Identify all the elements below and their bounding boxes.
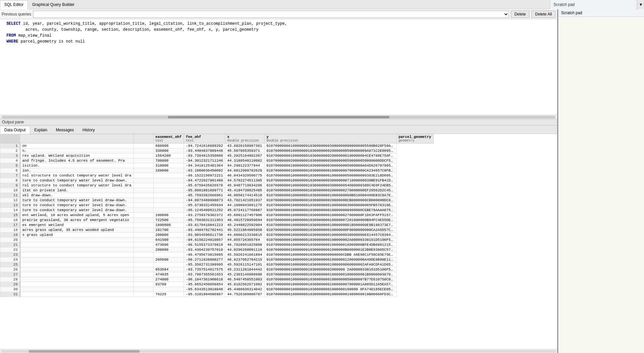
table-cell: -95.6652450858854 [184,282,225,287]
table-cell [133,292,153,297]
table-row: 26953584-93.735751461757545.231128104444… [0,267,434,272]
output-pane-label: Output pane [0,119,557,125]
table-cell: n. [20,148,134,153]
table-cell: 0107000000010000000103000000010000000F00… [264,228,396,233]
table-cell: 44.855726365764 [225,238,265,242]
tab-graphical-query-builder[interactable]: Graphical Query Builder [28,0,79,9]
table-cell [133,218,153,223]
table-cell: 0107000000010000000103000000010000000700… [264,168,396,173]
hscroll-thumb [29,350,140,353]
table-cell: vel draw-down. [20,193,134,198]
table-cell: 0107000000010000000103000000010000000890… [264,208,396,213]
tab-messages[interactable]: Messages [52,126,78,134]
table-cell [20,257,134,262]
table-row: 23-96.479567381508545.592624160189401070… [0,252,434,257]
row-num-cell: 15 [0,213,20,218]
table-cell: 46.4915728959694 [225,218,265,223]
table-cell [20,292,134,297]
table-cell: 0107000000010000000103000000010000001900… [264,287,396,292]
table-row: 5isition.310000-94.341812548136444.29012… [0,163,434,168]
table-cell [133,188,153,193]
main-layout: Previous queries Delete Delete All SELEC… [0,9,644,353]
table-cell [153,193,184,198]
table-cell [133,287,153,292]
sql-hscrollbar-track [2,116,555,118]
delete-button[interactable]: Delete [511,11,530,18]
table-cell: 43.7821421651937 [225,198,265,203]
table-cell: res upland. Wetland acquisition [20,153,134,158]
scratch-pad-header: Scratch pad [558,9,644,17]
tab-explain[interactable]: Explain [30,126,52,134]
tab-dropdown-arrow[interactable]: ▼ [637,0,644,9]
table-cell: 010700000001000000010300000001000000001B… [264,223,396,228]
table-cell: 0107000000010000000103000000010000001800… [264,242,396,247]
table-cell: -95.0601881689771 [184,188,225,193]
table-cell: 274000 [153,277,184,282]
table-cell: -94.6156224810057 [184,238,225,242]
previous-queries-select[interactable] [33,11,509,18]
tab-history[interactable]: History [78,126,99,134]
table-cell: 44.7526389880787 [225,292,265,297]
scratch-pad-tab-label: Scratch pad [550,0,636,9]
table-cell [153,287,184,292]
delete-all-button[interactable]: Delete All [531,11,555,18]
table-cell: -96.4795673815085 [184,252,225,257]
table-cell: 100000 [153,213,184,218]
tab-data-output[interactable]: Data Output [0,126,30,134]
table-cell: 45.2448822592904 [225,223,265,228]
table-cell: 46.6237052704215 [225,257,265,262]
sql-editor-content[interactable]: SELECT id, year, parcel_working_title, a… [0,19,557,115]
table-cell: rol structure to conduct temporary water… [20,183,134,188]
th-fee-ohf: fee_ohftext [184,134,225,144]
table-cell: 93700 [153,282,184,287]
row-num-cell: 16 [0,218,20,223]
table-cell [133,208,153,213]
row-num-cell: 30 [0,287,20,292]
table-cell: 45.5926115147101 [225,262,265,267]
app-root: SQL Editor Graphical Query Builder Scrat… [0,0,644,353]
row-num-cell: 4 [0,158,20,163]
table-cell: -93.0654596611736 [184,233,225,238]
table-cell: -93.4404762702441 [184,228,225,233]
th-col2 [133,134,153,144]
row-num-cell: 24 [0,257,20,262]
table-cell: and fringe. Includes 4.5 acres of easeme… [20,158,134,163]
table-cell: ture to conduct temporary water level dr… [20,178,134,183]
table-cell: -94.3418125481364 [184,163,225,168]
table-cell: 0107000000010000000103000000030000000500… [264,163,396,168]
table-cell: s grass upland [20,233,134,238]
table-cell: -95.6730331455934 [184,203,225,208]
table-row: 25-95.356273139999545.592611514710101070… [0,262,434,267]
table-row: 24265600-96.271192088027746.623705270421… [0,257,434,262]
table-cell: -95.6343513018846 [184,287,225,292]
table-cell: 169000 [153,168,184,173]
table-cell: 953584 [153,267,184,272]
table-cell: 45.0724117766967 [225,208,265,213]
hscroll-track [1,350,556,353]
row-num-cell: 17 [0,223,20,228]
row-num-cell: 7 [0,173,20,178]
row-num-cell: 23 [0,252,20,257]
table-cell: 336000 [153,148,184,153]
table-cell: 45.5221864985958 [225,228,265,233]
table-cell: -96.2711920880277 [184,257,225,262]
table-cell: 46.5497458551003 [225,277,265,282]
bottom-scrollbar[interactable] [0,349,557,353]
table-cell [133,267,153,272]
row-num-cell: 10 [0,188,20,193]
table-cell: 0107000000010000000103000000010000000300… [264,233,396,238]
sql-editor-scrollbar[interactable] [0,115,557,119]
table-row: 2n.336000-93.440483780944845.50786535937… [0,148,434,153]
table-cell: prairie grassland, 30 acres of emergent … [20,218,134,223]
scratch-pad-content[interactable] [558,17,644,353]
table-cell: 474035 [153,272,184,277]
tab-sql-editor[interactable]: SQL Editor [0,0,28,9]
sql-area: Previous queries Delete Delete All SELEC… [0,9,558,353]
table-cell: -95.3101904686867 [184,292,225,297]
table-cell: 1564200 [153,153,184,158]
table-cell: 45.8102562671082 [225,282,265,287]
table-row: 17es emergent wetland1600000-93.81704108… [0,223,434,228]
data-table: easement_ohftext fee_ohftext xdouble pre… [0,134,434,297]
data-table-container[interactable]: easement_ohftext fee_ohftext xdouble pre… [0,134,557,349]
table-cell [133,277,153,282]
